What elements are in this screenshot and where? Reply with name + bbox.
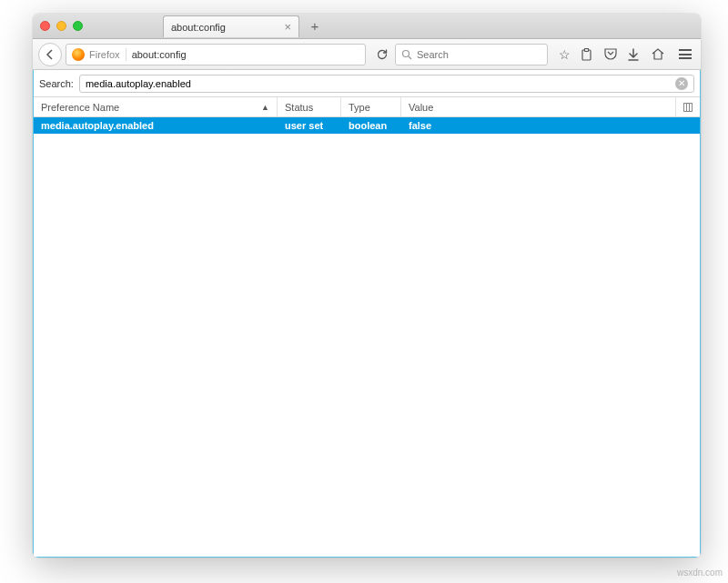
arrow-left-icon	[45, 49, 56, 60]
config-search-input[interactable]	[86, 78, 672, 89]
column-picker-icon[interactable]	[676, 97, 700, 116]
watermark: wsxdn.com	[677, 568, 723, 578]
close-window-button[interactable]	[40, 21, 50, 31]
url-bar[interactable]: Firefox about:config	[66, 44, 366, 65]
search-icon	[401, 49, 412, 60]
search-bar[interactable]	[395, 44, 548, 65]
back-button[interactable]	[38, 43, 62, 66]
sort-ascending-icon: ▲	[261, 103, 269, 112]
svg-point-0	[403, 50, 410, 56]
home-icon[interactable]	[652, 48, 666, 60]
new-tab-button[interactable]: +	[305, 16, 325, 36]
menu-button[interactable]	[675, 45, 695, 63]
reload-button[interactable]	[373, 45, 391, 64]
browser-window: about:config × + Firefox about:config ☆	[33, 14, 701, 558]
download-icon[interactable]	[628, 48, 642, 61]
header-status[interactable]: Status	[278, 97, 341, 116]
firefox-icon	[72, 48, 85, 61]
pocket-icon[interactable]	[604, 48, 619, 60]
hamburger-line	[679, 49, 692, 51]
svg-line-1	[409, 56, 411, 59]
header-value[interactable]: Value	[401, 97, 676, 116]
svg-rect-4	[684, 103, 693, 111]
cell-value: false	[401, 117, 700, 134]
header-type[interactable]: Type	[341, 97, 401, 116]
config-table-body: media.autoplay.enabled user set boolean …	[34, 117, 700, 557]
tab-title: about:config	[171, 22, 284, 33]
hamburger-line	[679, 54, 692, 55]
config-search-field[interactable]: ✕	[79, 75, 694, 93]
config-search-row: Search: ✕	[34, 70, 700, 97]
config-search-label: Search:	[39, 78, 74, 89]
hamburger-line	[679, 57, 692, 59]
config-table-header: Preference Name ▲ Status Type Value	[34, 97, 700, 117]
navigation-bar: Firefox about:config ☆	[33, 39, 701, 70]
svg-rect-3	[585, 48, 589, 51]
bookmark-star-icon[interactable]: ☆	[557, 47, 571, 62]
toolbar-icons: ☆	[551, 47, 672, 62]
cell-status: user set	[278, 117, 341, 134]
minimize-window-button[interactable]	[56, 21, 66, 31]
url-text: about:config	[132, 49, 187, 60]
cell-preference-name: media.autoplay.enabled	[34, 117, 278, 134]
about-config-content: Search: ✕ Preference Name ▲ Status Type …	[33, 70, 701, 558]
clipboard-icon[interactable]	[581, 48, 595, 61]
reload-icon	[376, 48, 389, 61]
window-controls	[40, 21, 83, 31]
separator	[126, 48, 126, 61]
identity-label: Firefox	[89, 49, 120, 60]
browser-tab[interactable]: about:config ×	[163, 15, 299, 37]
search-input[interactable]	[417, 49, 541, 60]
clear-search-icon[interactable]: ✕	[675, 77, 688, 90]
tab-bar: about:config × +	[33, 14, 701, 39]
header-preference-name[interactable]: Preference Name ▲	[34, 97, 278, 116]
table-row[interactable]: media.autoplay.enabled user set boolean …	[34, 117, 700, 134]
maximize-window-button[interactable]	[73, 21, 83, 31]
close-tab-icon[interactable]: ×	[284, 20, 291, 34]
cell-type: boolean	[341, 117, 401, 134]
